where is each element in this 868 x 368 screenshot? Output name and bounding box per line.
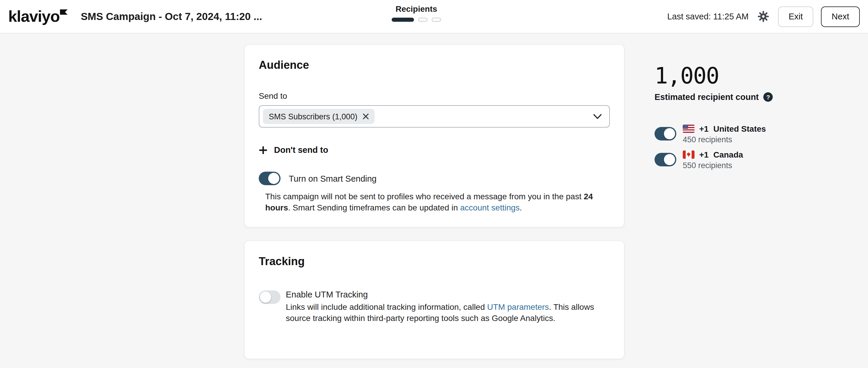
- tracking-heading: Tracking: [259, 255, 610, 268]
- estimated-count-value: 1,000: [654, 64, 837, 89]
- utm-desc-part1: Links will include additional tracking i…: [286, 302, 487, 311]
- progress-step-1: [392, 18, 414, 22]
- smart-desc-part1: This campaign will not be sent to profil…: [265, 192, 584, 201]
- help-icon[interactable]: ?: [764, 92, 773, 102]
- toggle-knob: [664, 154, 675, 166]
- top-bar: klaviyo SMS Campaign - Oct 7, 2024, 11:2…: [0, 0, 868, 34]
- smart-desc-part3: .: [520, 203, 522, 212]
- country-text-block: +1 United States 450 recipients: [683, 124, 766, 144]
- gear-icon: [757, 10, 769, 22]
- audience-heading: Audience: [259, 59, 610, 72]
- toggle-knob: [664, 129, 675, 140]
- audience-chip-label: SMS Subscribers (1,000): [269, 112, 358, 121]
- progress-step-3: [432, 18, 441, 22]
- country-recipient-count: 450 recipients: [683, 135, 766, 144]
- toggle-knob: [260, 292, 271, 303]
- dont-send-to-label: Don't send to: [274, 145, 328, 155]
- utm-text-block: Enable UTM Tracking Links will include a…: [286, 290, 603, 324]
- settings-gear-button[interactable]: [756, 9, 770, 24]
- country-name: United States: [713, 124, 766, 133]
- topbar-actions: Last saved: 11:25 AM: [667, 6, 860, 27]
- country-line: +1 Canada: [683, 150, 743, 159]
- audience-chip: SMS Subscribers (1,000): [263, 109, 375, 124]
- step-label: Recipients: [392, 4, 441, 13]
- utm-tracking-row: Enable UTM Tracking Links will include a…: [259, 290, 610, 324]
- smart-sending-label: Turn on Smart Sending: [289, 174, 377, 183]
- utm-tracking-title: Enable UTM Tracking: [286, 290, 603, 299]
- country-dial-code: +1: [699, 150, 709, 159]
- country-row-canada: +1 Canada 550 recipients: [654, 150, 837, 170]
- audience-card: Audience Send to SMS Subscribers (1,000)…: [244, 44, 624, 228]
- sms-campaign-page: klaviyo SMS Campaign - Oct 7, 2024, 11:2…: [0, 0, 868, 368]
- tracking-card: Tracking Enable UTM Tracking Links will …: [244, 240, 624, 359]
- chevron-down-icon[interactable]: [593, 114, 601, 119]
- country-name: Canada: [713, 150, 743, 159]
- country-recipient-count: 550 recipients: [683, 161, 743, 170]
- smart-sending-toggle[interactable]: [259, 172, 280, 185]
- country-line: +1 United States: [683, 124, 766, 133]
- us-flag-icon: [683, 125, 694, 133]
- account-settings-link[interactable]: account settings: [460, 203, 520, 212]
- dont-send-to-button[interactable]: Don't send to: [259, 145, 328, 155]
- send-to-select[interactable]: SMS Subscribers (1,000): [259, 105, 610, 128]
- recipient-count-panel: 1,000 Estimated recipient count ?: [654, 64, 837, 170]
- next-button[interactable]: Next: [821, 6, 860, 27]
- plus-icon: [259, 145, 268, 154]
- klaviyo-flag-icon: [60, 9, 68, 14]
- united-states-toggle[interactable]: [654, 127, 676, 141]
- smart-sending-description: This campaign will not be sent to profil…: [265, 191, 599, 213]
- exit-button[interactable]: Exit: [778, 6, 813, 27]
- progress-pills: [392, 18, 441, 22]
- send-to-label: Send to: [259, 91, 610, 101]
- country-text-block: +1 Canada 550 recipients: [683, 150, 743, 170]
- smart-desc-part2: . Smart Sending timeframes can be update…: [288, 203, 460, 212]
- smart-sending-row: Turn on Smart Sending: [259, 172, 610, 185]
- estimated-count-label: Estimated recipient count: [654, 92, 759, 102]
- chip-remove-icon[interactable]: [363, 113, 369, 119]
- last-saved-text: Last saved: 11:25 AM: [667, 12, 749, 21]
- step-indicator: Recipients: [392, 4, 441, 22]
- progress-step-2: [418, 18, 428, 22]
- campaign-title[interactable]: SMS Campaign - Oct 7, 2024, 11:20 ...: [81, 10, 262, 23]
- estimated-count-label-row: Estimated recipient count ?: [654, 92, 837, 102]
- klaviyo-wordmark: klaviyo: [8, 8, 60, 24]
- utm-tracking-description: Links will include additional tracking i…: [286, 302, 603, 324]
- country-row-united-states: +1 United States 450 recipients: [654, 124, 837, 144]
- country-dial-code: +1: [699, 124, 709, 133]
- canada-flag-icon: [683, 150, 694, 159]
- toggle-knob: [268, 173, 279, 184]
- klaviyo-logo[interactable]: klaviyo: [8, 8, 68, 24]
- utm-tracking-toggle[interactable]: [259, 291, 280, 304]
- canada-toggle[interactable]: [654, 153, 676, 167]
- utm-parameters-link[interactable]: UTM parameters: [487, 302, 549, 311]
